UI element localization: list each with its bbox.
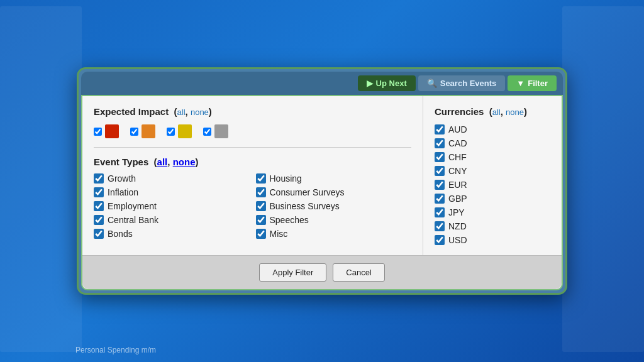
currency-cad: CAD	[435, 138, 550, 148]
currency-gbp-checkbox[interactable]	[435, 194, 445, 204]
cancel-button[interactable]: Cancel	[333, 263, 384, 282]
impact-checkbox-medium[interactable]	[130, 128, 138, 136]
medium-impact-icon	[142, 124, 155, 138]
currency-chf-label: CHF	[448, 152, 467, 162]
currency-usd-checkbox[interactable]	[435, 235, 445, 245]
currencies-list: AUD CAD CHF CNY	[435, 124, 550, 245]
tab-filter[interactable]: ▼ Filter	[508, 75, 557, 91]
event-type-housing: Housing	[256, 173, 412, 184]
event-type-growth: Growth	[94, 173, 250, 184]
currency-jpy-checkbox[interactable]	[435, 207, 445, 217]
currency-cny-label: CNY	[448, 166, 467, 176]
currencies-header: Currencies (all, none)	[435, 106, 550, 117]
currency-nzd-checkbox[interactable]	[435, 221, 445, 231]
event-type-bonds-checkbox[interactable]	[94, 229, 104, 239]
tab-upnext[interactable]: ▶ Up Next	[358, 75, 416, 91]
currency-cad-checkbox[interactable]	[435, 138, 445, 148]
event-types-grid: Growth Housing Inflation Consumer Survey…	[94, 173, 411, 239]
event-type-consumer-surveys-label: Consumer Surveys	[270, 187, 345, 197]
currency-cad-label: CAD	[448, 138, 467, 148]
impact-checkbox-none[interactable]	[203, 128, 211, 136]
currency-chf-checkbox[interactable]	[435, 152, 445, 162]
event-type-inflation-label: Inflation	[108, 187, 138, 197]
event-type-bonds-label: Bonds	[108, 229, 133, 239]
impact-item-none	[203, 124, 228, 138]
event-type-misc-checkbox[interactable]	[256, 229, 266, 239]
event-type-central-bank-label: Central Bank	[108, 215, 158, 225]
expected-impact-all[interactable]: all	[177, 107, 186, 117]
currency-nzd-label: NZD	[448, 221, 467, 231]
event-type-misc: Misc	[256, 229, 412, 239]
impact-row	[94, 124, 411, 148]
filter-panel: Expected Impact (all, none)	[82, 96, 562, 255]
bg-widget-right	[562, 6, 644, 352]
event-type-speeches-checkbox[interactable]	[256, 215, 266, 225]
event-type-employment-label: Employment	[108, 201, 157, 211]
currency-jpy: JPY	[435, 207, 550, 217]
event-types-all[interactable]: all	[157, 156, 168, 167]
tab-search-label: Search Events	[440, 79, 497, 88]
tab-bar: ▶ Up Next 🔍 Search Events ▼ Filter	[81, 72, 563, 95]
currencies-none[interactable]: none	[506, 107, 524, 117]
event-type-central-bank: Central Bank	[94, 215, 250, 225]
currency-aud-label: AUD	[448, 124, 467, 134]
event-type-consumer-surveys-checkbox[interactable]	[256, 187, 266, 197]
low-impact-icon	[178, 124, 192, 138]
event-type-business-surveys-label: Business Surveys	[270, 201, 340, 211]
event-type-misc-label: Misc	[270, 229, 288, 239]
event-type-bonds: Bonds	[94, 229, 250, 239]
expected-impact-title: Expected Impact	[94, 106, 169, 117]
filter-icon: ▼	[516, 79, 525, 88]
event-types-none[interactable]: none	[173, 156, 196, 167]
event-type-central-bank-checkbox[interactable]	[94, 215, 104, 225]
currency-eur-label: EUR	[448, 180, 467, 190]
currency-aud: AUD	[435, 124, 550, 134]
currency-jpy-label: JPY	[448, 207, 465, 217]
event-type-employment: Employment	[94, 201, 250, 211]
event-type-speeches-label: Speeches	[270, 215, 309, 225]
event-type-business-surveys-checkbox[interactable]	[256, 201, 266, 211]
event-type-growth-label: Growth	[108, 173, 136, 184]
event-type-consumer-surveys: Consumer Surveys	[256, 187, 412, 197]
modal-body: Expected Impact (all, none)	[81, 95, 563, 290]
impact-checkbox-low[interactable]	[167, 128, 175, 136]
currency-eur-checkbox[interactable]	[435, 180, 445, 190]
apply-filter-button[interactable]: Apply Filter	[259, 263, 326, 282]
event-type-growth-checkbox[interactable]	[94, 173, 104, 184]
filter-left-panel: Expected Impact (all, none)	[82, 96, 423, 255]
currency-usd: USD	[435, 235, 550, 245]
tab-search[interactable]: 🔍 Search Events	[418, 75, 506, 91]
currency-cny-checkbox[interactable]	[435, 166, 445, 176]
impact-item-high	[94, 124, 119, 138]
play-icon: ▶	[367, 79, 373, 88]
filter-modal: ▶ Up Next 🔍 Search Events ▼ Filter Expec…	[77, 67, 567, 295]
expected-impact-none[interactable]: none	[191, 107, 209, 117]
event-type-inflation: Inflation	[94, 187, 250, 197]
currencies-all[interactable]: all	[492, 107, 501, 117]
event-types-header: Event Types (all, none)	[94, 156, 411, 167]
currency-chf: CHF	[435, 152, 550, 162]
bottom-label: Personal Spending m/m	[75, 346, 156, 354]
event-type-housing-checkbox[interactable]	[256, 173, 266, 184]
currency-usd-label: USD	[448, 235, 467, 245]
impact-item-low	[167, 124, 192, 138]
modal-footer: Apply Filter Cancel	[82, 255, 562, 289]
filter-right-panel: Currencies (all, none) AUD CAD CHF	[423, 96, 562, 255]
impact-item-medium	[130, 124, 155, 138]
currencies-title: Currencies	[435, 106, 484, 117]
event-type-inflation-checkbox[interactable]	[94, 187, 104, 197]
event-type-housing-label: Housing	[270, 173, 302, 184]
currency-gbp-label: GBP	[448, 194, 467, 204]
event-type-business-surveys: Business Surveys	[256, 201, 412, 211]
expected-impact-header: Expected Impact (all, none)	[94, 106, 411, 117]
no-impact-icon	[214, 124, 228, 138]
tab-upnext-label: Up Next	[376, 79, 407, 88]
currency-eur: EUR	[435, 180, 550, 190]
event-type-speeches: Speeches	[256, 215, 412, 225]
currency-nzd: NZD	[435, 221, 550, 231]
high-impact-icon	[105, 124, 119, 138]
currency-aud-checkbox[interactable]	[435, 124, 445, 134]
impact-checkbox-high[interactable]	[94, 128, 102, 136]
currency-cny: CNY	[435, 166, 550, 176]
event-type-employment-checkbox[interactable]	[94, 201, 104, 211]
